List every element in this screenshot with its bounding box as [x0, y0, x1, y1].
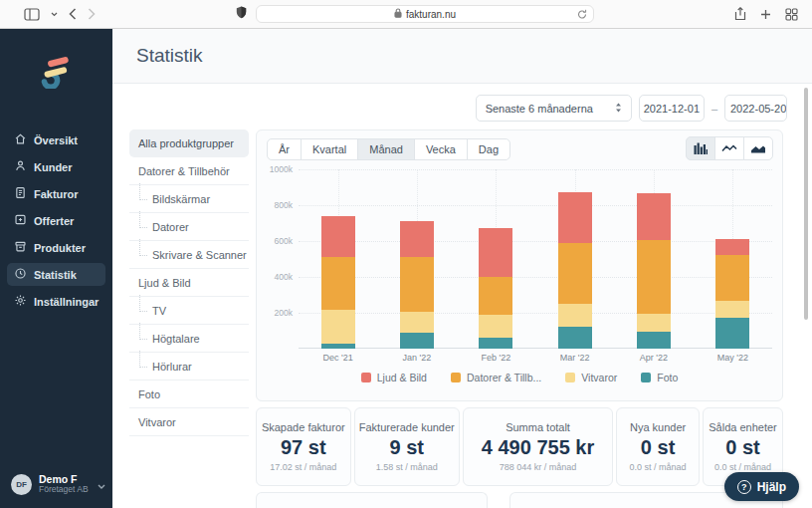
sidebar-item-statistik[interactable]: Statistik: [7, 263, 105, 286]
select-arrows-icon: [615, 103, 622, 115]
sidebar-item-offerter[interactable]: Offerter: [7, 209, 105, 232]
stacked-bar[interactable]: [558, 169, 592, 349]
main-area: Statistik Senaste 6 månaderna 2021-12-01…: [112, 29, 812, 508]
bar-segment[interactable]: [321, 344, 355, 349]
bar-segment[interactable]: [637, 193, 671, 240]
x-labels: Dec '21Jan '22Feb '22Mar '22Apr '22May '…: [299, 353, 772, 363]
bar-segment[interactable]: [715, 301, 749, 318]
legend-swatch: [565, 373, 575, 382]
bars-layer: [299, 169, 772, 349]
bar-segment[interactable]: [400, 221, 434, 257]
product-group-vitvaror[interactable]: Vitvaror: [129, 408, 249, 436]
sidebar-item-kunder[interactable]: Kunder: [7, 155, 105, 178]
area-chart-icon[interactable]: [743, 136, 773, 160]
bar-segment[interactable]: [479, 315, 512, 338]
product-group-ljud-bild[interactable]: Ljud & Bild: [129, 269, 249, 297]
bar-segment[interactable]: [321, 216, 355, 257]
bar-segment[interactable]: [558, 192, 592, 243]
bar-segment[interactable]: [479, 338, 512, 349]
x-axis-label: Apr '22: [614, 353, 693, 363]
sidebar-item-installningar[interactable]: Inställningar: [7, 290, 105, 313]
bar-segment[interactable]: [400, 257, 434, 312]
tab-dag[interactable]: Dag: [467, 138, 510, 160]
product-group-horlurar[interactable]: Hörlurar: [129, 353, 249, 381]
bar-segment[interactable]: [715, 318, 749, 349]
x-axis-label: Dec '21: [299, 353, 377, 363]
sidebar-toggle-icon[interactable]: [24, 8, 40, 21]
y-axis-tick: 400k: [265, 272, 293, 282]
chevron-down-icon[interactable]: [51, 12, 58, 17]
back-icon[interactable]: [69, 8, 77, 20]
page-scrollbar[interactable]: [804, 88, 808, 320]
tab-kvartal[interactable]: Kvartal: [301, 138, 358, 160]
bar-slot: [299, 169, 377, 349]
sidebar-item-label: Offerter: [34, 215, 74, 227]
legend-item: Vitvaror: [565, 372, 617, 383]
user-menu[interactable]: DF Demo F Företaget AB: [11, 473, 108, 495]
bar-segment[interactable]: [715, 239, 749, 255]
bar-segment[interactable]: [558, 304, 592, 327]
tab-ar[interactable]: År: [267, 138, 302, 160]
bar-segment[interactable]: [400, 333, 434, 349]
date-from-input[interactable]: 2021-12-01: [639, 95, 705, 122]
line-chart-icon[interactable]: [714, 136, 744, 160]
legend-swatch: [451, 373, 461, 382]
product-group-hogtalare[interactable]: Högtalare: [129, 325, 249, 353]
lock-icon: [394, 8, 402, 20]
new-tab-icon[interactable]: [760, 9, 771, 20]
tab-manad[interactable]: Månad: [357, 138, 415, 160]
product-group-skrivare-scanner[interactable]: Skrivare & Scanner: [129, 241, 249, 269]
home-icon: [14, 132, 27, 147]
range-select[interactable]: Senaste 6 månaderna: [476, 95, 632, 122]
reload-icon[interactable]: [577, 9, 587, 22]
product-group-datorer[interactable]: Datorer: [129, 213, 249, 241]
url-field[interactable]: fakturan.nu: [256, 5, 594, 23]
sidebar-item-produkter[interactable]: Produkter: [7, 236, 105, 259]
bar-segment[interactable]: [637, 332, 671, 349]
legend-swatch: [361, 373, 371, 382]
sidebar-item-label: Statistik: [34, 269, 77, 281]
share-icon[interactable]: [734, 7, 746, 21]
bar-segment[interactable]: [321, 257, 355, 310]
product-group-foto[interactable]: Foto: [129, 381, 249, 408]
product-group-bildskarmar[interactable]: Bildskärmar: [129, 185, 249, 213]
stacked-bar[interactable]: [637, 169, 671, 349]
x-axis-label: Mar '22: [535, 353, 614, 363]
bar-segment[interactable]: [637, 240, 671, 315]
stacked-bar[interactable]: [479, 169, 512, 349]
bar-segment[interactable]: [479, 228, 512, 278]
stats-row: Skapade fakturor 97 st 17.02 st / månad …: [256, 407, 783, 486]
bar-slot: [457, 169, 535, 349]
product-group-datorer-tillbehor[interactable]: Datorer & Tillbehör: [129, 157, 249, 185]
product-group-alla[interactable]: Alla produktgrupper: [129, 129, 249, 157]
help-button[interactable]: ? Hjälp: [724, 472, 799, 501]
bar-segment[interactable]: [558, 243, 592, 303]
sidebar-item-fakturor[interactable]: Fakturor: [7, 182, 105, 205]
bar-segment[interactable]: [321, 310, 355, 344]
tab-overview-icon[interactable]: [785, 8, 798, 21]
stat-sub: 17.02 st / månad: [270, 462, 336, 472]
stacked-bar[interactable]: [400, 169, 434, 349]
shield-icon[interactable]: [236, 5, 247, 23]
page-title: Statistik: [136, 45, 203, 67]
product-group-list: Alla produktgrupper Datorer & Tillbehör …: [129, 129, 249, 508]
sidebar-item-oversikt[interactable]: Översikt: [7, 128, 105, 151]
tab-vecka[interactable]: Vecka: [414, 138, 468, 160]
bar-segment[interactable]: [715, 255, 749, 301]
bar-slot: [694, 169, 772, 349]
chart-panel: År Kvartal Månad Vecka Dag: [256, 129, 783, 401]
stat-sub: 0.0 st / månad: [630, 462, 687, 472]
stacked-bar[interactable]: [321, 169, 355, 349]
bar-segment[interactable]: [479, 277, 512, 315]
forward-icon[interactable]: [88, 8, 96, 20]
stat-card-summa-totalt: Summa totalt 4 490 755 kr 788 044 kr / m…: [463, 407, 613, 486]
bar-segment[interactable]: [637, 314, 671, 331]
date-to-input[interactable]: 2022-05-20: [724, 95, 787, 122]
bar-segment[interactable]: [400, 312, 434, 333]
x-axis-label: Feb '22: [457, 353, 535, 363]
bar-segment[interactable]: [558, 327, 592, 349]
product-group-tv[interactable]: TV: [129, 297, 249, 325]
lower-panels: [256, 492, 783, 508]
bar-chart-icon[interactable]: [686, 136, 715, 160]
stacked-bar[interactable]: [715, 169, 749, 349]
